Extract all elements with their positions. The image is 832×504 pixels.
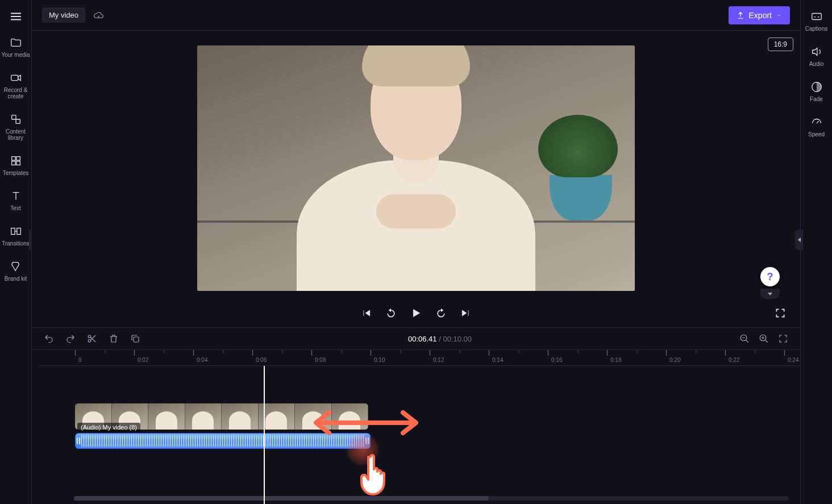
collapse-preview-button[interactable] [760, 289, 780, 299]
playhead[interactable] [264, 366, 265, 504]
scrollbar-thumb[interactable] [74, 496, 489, 501]
time-display: 00:06.41 / 00:10.00 [408, 335, 472, 343]
undo-button[interactable] [43, 333, 55, 344]
svg-rect-5 [11, 161, 15, 165]
help-button[interactable]: ? [760, 267, 780, 286]
sidebar-item-fade[interactable]: Fade [801, 77, 833, 105]
right-rail: Captions Audio Fade Speed [800, 0, 832, 504]
split-button[interactable] [86, 333, 98, 344]
forward-button[interactable] [435, 307, 447, 319]
ruler-tick: 0:20 [666, 350, 680, 365]
zoom-out-button[interactable] [739, 333, 750, 344]
cloud-sync-button[interactable] [93, 10, 103, 20]
sidebar-item-label: Audio [808, 61, 825, 67]
svg-rect-14 [812, 14, 821, 20]
timeline-scrollbar[interactable] [74, 496, 789, 501]
brandkit-icon [10, 260, 22, 273]
svg-rect-8 [16, 228, 20, 235]
upload-icon [737, 11, 744, 19]
trash-icon [109, 334, 119, 344]
left-rail: Your media Record & create Content libra… [0, 0, 32, 504]
fullscreen-button[interactable] [774, 307, 787, 319]
zoom-in-button[interactable] [758, 333, 769, 344]
timeline-toolbar: 00:06.41 / 00:10.00 [32, 327, 800, 350]
svg-rect-2 [16, 119, 20, 123]
speed-icon [810, 116, 823, 128]
video-preview[interactable] [197, 45, 635, 291]
fullscreen-icon [775, 307, 786, 319]
ruler-tick: 0:24 [784, 350, 798, 365]
library-icon [10, 113, 22, 126]
hamburger-icon [10, 10, 22, 23]
folder-icon [10, 36, 22, 49]
templates-icon [10, 155, 22, 167]
fade-icon [810, 81, 823, 93]
camera-icon [10, 72, 22, 84]
svg-rect-1 [11, 115, 15, 119]
ruler-tick: 0:18 [607, 350, 621, 365]
fit-timeline-button[interactable] [777, 333, 789, 344]
sidebar-item-label: Templates [2, 170, 30, 176]
preview-area: 16:9 [32, 31, 800, 299]
play-button[interactable] [410, 307, 422, 319]
audio-clip-label: (Audio) My video (8) [77, 423, 140, 432]
audio-icon [810, 45, 823, 58]
sidebar-item-label: Speed [807, 131, 826, 138]
sidebar-item-content-library[interactable]: Content library [0, 110, 32, 143]
undo-icon [44, 334, 54, 344]
redo-icon [65, 334, 76, 344]
sidebar-item-captions[interactable]: Captions [801, 7, 833, 34]
scissors-icon [87, 334, 97, 344]
audio-clip-left-handle[interactable] [76, 434, 81, 448]
zoom-in-icon [759, 334, 769, 344]
export-button[interactable]: Export [729, 6, 790, 24]
ruler-tick: 0:10 [371, 350, 385, 365]
project-title[interactable]: My video [42, 7, 85, 23]
delete-button[interactable] [108, 333, 119, 344]
skip-start-button[interactable] [360, 307, 372, 319]
timeline-tracks[interactable]: (Audio) My video (8) [40, 366, 800, 504]
sidebar-item-record-create[interactable]: Record & create [0, 68, 32, 102]
ruler-tick: 0:12 [430, 350, 444, 365]
rewind-icon [385, 307, 397, 319]
current-time: 00:06.41 [408, 335, 437, 343]
skip-previous-icon [360, 307, 372, 319]
sidebar-item-label: Your media [0, 52, 31, 58]
timeline-ruler[interactable]: 00:020:040:060:080:100:120:140:160:180:2… [40, 350, 800, 366]
sidebar-item-audio[interactable]: Audio [801, 42, 833, 69]
sidebar-item-label: Captions [804, 26, 829, 32]
aspect-ratio-button[interactable]: 16:9 [768, 38, 793, 51]
sidebar-item-templates[interactable]: Templates [0, 151, 32, 178]
rewind-button[interactable] [385, 307, 397, 319]
playback-controls [32, 299, 800, 327]
sidebar-item-label: Text [9, 205, 22, 211]
svg-rect-6 [16, 161, 19, 165]
sidebar-item-speed[interactable]: Speed [801, 113, 833, 140]
sidebar-item-brand-kit[interactable]: Brand kit [0, 257, 32, 284]
expand-right-panel-button[interactable] [795, 230, 803, 250]
svg-rect-0 [11, 75, 18, 80]
sidebar-item-label: Fade [809, 96, 824, 102]
copy-icon [130, 334, 140, 344]
export-label: Export [749, 11, 772, 20]
svg-rect-11 [134, 337, 139, 342]
ruler-tick: 0:08 [311, 350, 326, 365]
sidebar-item-text[interactable]: Text [0, 186, 32, 214]
main-area: My video Export 16:9 ? [32, 0, 800, 504]
cloud-sync-icon [93, 10, 103, 20]
ruler-tick: 0:02 [134, 350, 148, 365]
sidebar-item-transitions[interactable]: Transitions [0, 222, 32, 249]
redo-button[interactable] [65, 333, 76, 344]
sidebar-item-label: Record & create [0, 87, 32, 99]
skip-end-button[interactable] [460, 307, 472, 319]
sidebar-item-your-media[interactable]: Your media [0, 33, 32, 60]
transitions-icon [10, 225, 22, 238]
chevron-down-icon [776, 13, 782, 18]
duplicate-button[interactable] [130, 333, 141, 344]
menu-button[interactable] [7, 8, 24, 25]
captions-icon [810, 10, 823, 23]
forward-icon [435, 307, 447, 319]
svg-rect-7 [11, 228, 14, 235]
tutorial-hand-cursor [356, 451, 392, 499]
svg-rect-3 [11, 157, 15, 160]
